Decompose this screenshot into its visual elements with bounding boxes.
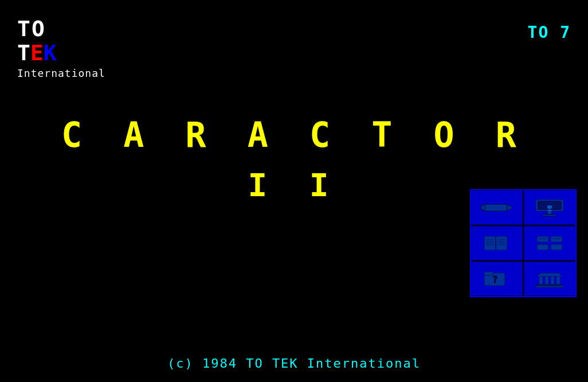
logo-tek-e: E	[30, 40, 44, 65]
copyright-text: (c) 1984 TO TEK International	[0, 356, 588, 371]
version-label: TO 7	[528, 23, 571, 42]
svg-rect-20	[537, 236, 548, 242]
logo-tek-k: K	[44, 40, 57, 65]
help-icon-cell: ?	[471, 262, 523, 296]
building-icon-cell	[524, 262, 575, 296]
printer-icon-cell	[524, 226, 575, 260]
display-icon-cell	[524, 190, 575, 225]
svg-rect-11	[484, 236, 496, 250]
svg-rect-2	[481, 205, 485, 210]
svg-text:?: ?	[492, 274, 498, 285]
logo-international: International	[17, 68, 105, 79]
svg-marker-29	[537, 273, 562, 276]
logo-tek-t: T	[17, 40, 30, 65]
title-caractor: C A R A C T O R	[0, 115, 588, 155]
svg-rect-0	[482, 204, 507, 211]
logo-tek: TEK	[17, 41, 105, 65]
svg-rect-12	[496, 236, 507, 250]
svg-rect-21	[551, 236, 562, 242]
icon-grid: ?	[470, 189, 577, 297]
svg-rect-22	[537, 244, 548, 250]
svg-rect-23	[551, 244, 562, 250]
pen-icon-cell	[471, 190, 523, 225]
logo-to: TO	[17, 17, 105, 41]
svg-marker-1	[507, 204, 513, 211]
logo: TO TEK International	[17, 17, 105, 79]
svg-rect-7	[543, 215, 556, 216]
book-icon-cell	[471, 226, 523, 260]
svg-point-8	[547, 205, 552, 209]
svg-rect-35	[537, 284, 562, 286]
